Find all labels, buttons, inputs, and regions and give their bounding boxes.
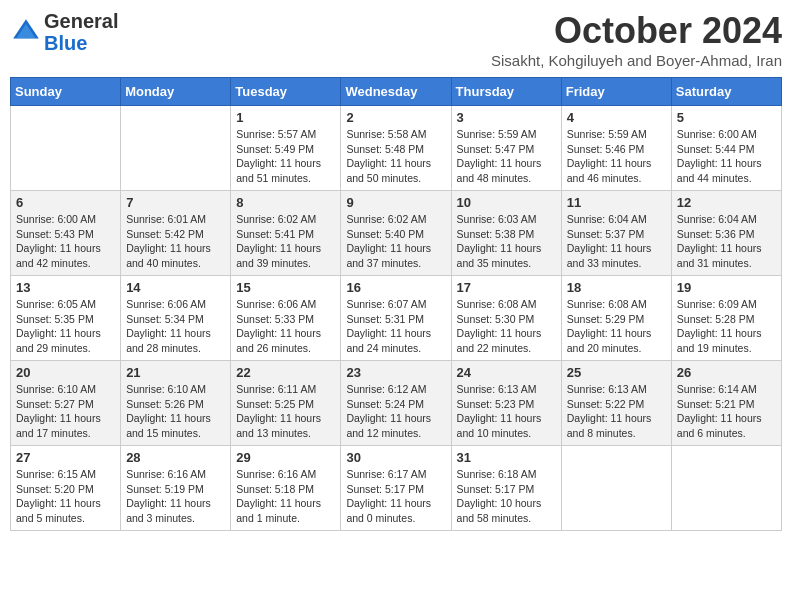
logo: General Blue: [10, 10, 118, 54]
calendar-cell: 5Sunrise: 6:00 AMSunset: 5:44 PMDaylight…: [671, 106, 781, 191]
day-number: 3: [457, 110, 556, 125]
title-block: October 2024 Sisakht, Kohgiluyeh and Boy…: [491, 10, 782, 69]
calendar-cell: 30Sunrise: 6:17 AMSunset: 5:17 PMDayligh…: [341, 446, 451, 531]
cell-info: Sunrise: 5:59 AMSunset: 5:46 PMDaylight:…: [567, 127, 666, 186]
cell-info: Sunrise: 6:11 AMSunset: 5:25 PMDaylight:…: [236, 382, 335, 441]
cell-info: Sunrise: 6:05 AMSunset: 5:35 PMDaylight:…: [16, 297, 115, 356]
cell-info: Sunrise: 6:02 AMSunset: 5:40 PMDaylight:…: [346, 212, 445, 271]
day-number: 19: [677, 280, 776, 295]
calendar-cell: 1Sunrise: 5:57 AMSunset: 5:49 PMDaylight…: [231, 106, 341, 191]
day-header-saturday: Saturday: [671, 78, 781, 106]
cell-info: Sunrise: 5:58 AMSunset: 5:48 PMDaylight:…: [346, 127, 445, 186]
day-header-thursday: Thursday: [451, 78, 561, 106]
location-title: Sisakht, Kohgiluyeh and Boyer-Ahmad, Ira…: [491, 52, 782, 69]
calendar-table: SundayMondayTuesdayWednesdayThursdayFrid…: [10, 77, 782, 531]
day-number: 27: [16, 450, 115, 465]
calendar-cell: 16Sunrise: 6:07 AMSunset: 5:31 PMDayligh…: [341, 276, 451, 361]
day-number: 5: [677, 110, 776, 125]
cell-info: Sunrise: 5:59 AMSunset: 5:47 PMDaylight:…: [457, 127, 556, 186]
calendar-cell: 11Sunrise: 6:04 AMSunset: 5:37 PMDayligh…: [561, 191, 671, 276]
calendar-cell: 18Sunrise: 6:08 AMSunset: 5:29 PMDayligh…: [561, 276, 671, 361]
week-row-3: 13Sunrise: 6:05 AMSunset: 5:35 PMDayligh…: [11, 276, 782, 361]
day-number: 23: [346, 365, 445, 380]
calendar-cell: 28Sunrise: 6:16 AMSunset: 5:19 PMDayligh…: [121, 446, 231, 531]
cell-info: Sunrise: 6:12 AMSunset: 5:24 PMDaylight:…: [346, 382, 445, 441]
calendar-cell: [561, 446, 671, 531]
cell-info: Sunrise: 6:03 AMSunset: 5:38 PMDaylight:…: [457, 212, 556, 271]
month-title: October 2024: [491, 10, 782, 52]
cell-info: Sunrise: 6:10 AMSunset: 5:26 PMDaylight:…: [126, 382, 225, 441]
day-number: 2: [346, 110, 445, 125]
calendar-cell: 9Sunrise: 6:02 AMSunset: 5:40 PMDaylight…: [341, 191, 451, 276]
week-row-4: 20Sunrise: 6:10 AMSunset: 5:27 PMDayligh…: [11, 361, 782, 446]
calendar-cell: 14Sunrise: 6:06 AMSunset: 5:34 PMDayligh…: [121, 276, 231, 361]
calendar-cell: 17Sunrise: 6:08 AMSunset: 5:30 PMDayligh…: [451, 276, 561, 361]
day-number: 26: [677, 365, 776, 380]
day-number: 21: [126, 365, 225, 380]
day-number: 6: [16, 195, 115, 210]
logo-icon: [10, 16, 42, 48]
calendar-cell: 20Sunrise: 6:10 AMSunset: 5:27 PMDayligh…: [11, 361, 121, 446]
week-row-5: 27Sunrise: 6:15 AMSunset: 5:20 PMDayligh…: [11, 446, 782, 531]
calendar-cell: 6Sunrise: 6:00 AMSunset: 5:43 PMDaylight…: [11, 191, 121, 276]
cell-info: Sunrise: 5:57 AMSunset: 5:49 PMDaylight:…: [236, 127, 335, 186]
calendar-cell: 25Sunrise: 6:13 AMSunset: 5:22 PMDayligh…: [561, 361, 671, 446]
cell-info: Sunrise: 6:06 AMSunset: 5:33 PMDaylight:…: [236, 297, 335, 356]
logo-general: General: [44, 10, 118, 32]
cell-info: Sunrise: 6:08 AMSunset: 5:30 PMDaylight:…: [457, 297, 556, 356]
cell-info: Sunrise: 6:16 AMSunset: 5:18 PMDaylight:…: [236, 467, 335, 526]
calendar-cell: [121, 106, 231, 191]
day-number: 7: [126, 195, 225, 210]
day-number: 15: [236, 280, 335, 295]
cell-info: Sunrise: 6:04 AMSunset: 5:37 PMDaylight:…: [567, 212, 666, 271]
cell-info: Sunrise: 6:15 AMSunset: 5:20 PMDaylight:…: [16, 467, 115, 526]
day-number: 16: [346, 280, 445, 295]
cell-info: Sunrise: 6:02 AMSunset: 5:41 PMDaylight:…: [236, 212, 335, 271]
cell-info: Sunrise: 6:04 AMSunset: 5:36 PMDaylight:…: [677, 212, 776, 271]
cell-info: Sunrise: 6:01 AMSunset: 5:42 PMDaylight:…: [126, 212, 225, 271]
calendar-cell: 10Sunrise: 6:03 AMSunset: 5:38 PMDayligh…: [451, 191, 561, 276]
calendar-cell: 2Sunrise: 5:58 AMSunset: 5:48 PMDaylight…: [341, 106, 451, 191]
day-header-sunday: Sunday: [11, 78, 121, 106]
header-row: SundayMondayTuesdayWednesdayThursdayFrid…: [11, 78, 782, 106]
day-number: 13: [16, 280, 115, 295]
day-number: 11: [567, 195, 666, 210]
day-number: 9: [346, 195, 445, 210]
day-number: 4: [567, 110, 666, 125]
week-row-1: 1Sunrise: 5:57 AMSunset: 5:49 PMDaylight…: [11, 106, 782, 191]
cell-info: Sunrise: 6:16 AMSunset: 5:19 PMDaylight:…: [126, 467, 225, 526]
day-header-monday: Monday: [121, 78, 231, 106]
cell-info: Sunrise: 6:07 AMSunset: 5:31 PMDaylight:…: [346, 297, 445, 356]
day-number: 30: [346, 450, 445, 465]
page-header: General Blue October 2024 Sisakht, Kohgi…: [10, 10, 782, 69]
calendar-cell: 7Sunrise: 6:01 AMSunset: 5:42 PMDaylight…: [121, 191, 231, 276]
day-header-wednesday: Wednesday: [341, 78, 451, 106]
calendar-cell: 29Sunrise: 6:16 AMSunset: 5:18 PMDayligh…: [231, 446, 341, 531]
calendar-cell: 31Sunrise: 6:18 AMSunset: 5:17 PMDayligh…: [451, 446, 561, 531]
calendar-cell: [671, 446, 781, 531]
cell-info: Sunrise: 6:00 AMSunset: 5:43 PMDaylight:…: [16, 212, 115, 271]
day-number: 29: [236, 450, 335, 465]
day-number: 25: [567, 365, 666, 380]
day-number: 12: [677, 195, 776, 210]
calendar-cell: 26Sunrise: 6:14 AMSunset: 5:21 PMDayligh…: [671, 361, 781, 446]
calendar-cell: 23Sunrise: 6:12 AMSunset: 5:24 PMDayligh…: [341, 361, 451, 446]
calendar-cell: 4Sunrise: 5:59 AMSunset: 5:46 PMDaylight…: [561, 106, 671, 191]
cell-info: Sunrise: 6:00 AMSunset: 5:44 PMDaylight:…: [677, 127, 776, 186]
cell-info: Sunrise: 6:17 AMSunset: 5:17 PMDaylight:…: [346, 467, 445, 526]
day-number: 18: [567, 280, 666, 295]
cell-info: Sunrise: 6:13 AMSunset: 5:22 PMDaylight:…: [567, 382, 666, 441]
calendar-cell: 3Sunrise: 5:59 AMSunset: 5:47 PMDaylight…: [451, 106, 561, 191]
day-header-tuesday: Tuesday: [231, 78, 341, 106]
day-number: 31: [457, 450, 556, 465]
calendar-cell: 22Sunrise: 6:11 AMSunset: 5:25 PMDayligh…: [231, 361, 341, 446]
cell-info: Sunrise: 6:06 AMSunset: 5:34 PMDaylight:…: [126, 297, 225, 356]
cell-info: Sunrise: 6:14 AMSunset: 5:21 PMDaylight:…: [677, 382, 776, 441]
calendar-cell: 27Sunrise: 6:15 AMSunset: 5:20 PMDayligh…: [11, 446, 121, 531]
cell-info: Sunrise: 6:18 AMSunset: 5:17 PMDaylight:…: [457, 467, 556, 526]
calendar-cell: 12Sunrise: 6:04 AMSunset: 5:36 PMDayligh…: [671, 191, 781, 276]
cell-info: Sunrise: 6:09 AMSunset: 5:28 PMDaylight:…: [677, 297, 776, 356]
day-header-friday: Friday: [561, 78, 671, 106]
day-number: 14: [126, 280, 225, 295]
calendar-cell: 21Sunrise: 6:10 AMSunset: 5:26 PMDayligh…: [121, 361, 231, 446]
